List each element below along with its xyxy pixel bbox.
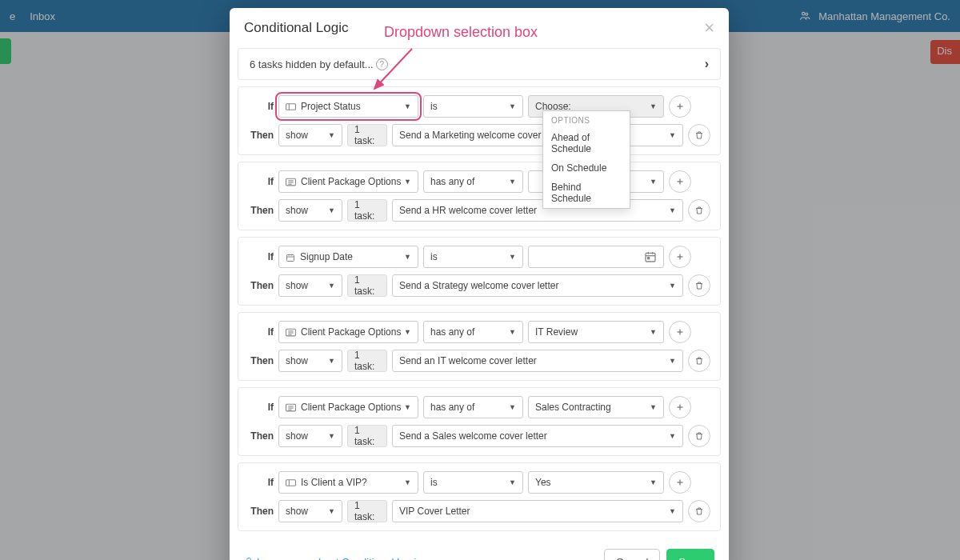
action-select[interactable]: show▼	[278, 425, 342, 447]
if-label: If	[248, 477, 274, 488]
svg-line-39	[374, 49, 412, 89]
delete-rule-button[interactable]	[688, 124, 710, 146]
action-select[interactable]: show▼	[278, 199, 342, 222]
dropdown-option[interactable]: On Schedule	[543, 158, 630, 178]
caret-down-icon: ▼	[669, 282, 676, 290]
field-name: Client Package Options	[301, 326, 401, 338]
task-count-badge: 1 task:	[347, 274, 387, 297]
action-text: show	[286, 430, 308, 442]
add-condition-button[interactable]	[669, 321, 691, 343]
then-label: Then	[248, 280, 274, 291]
add-condition-button[interactable]	[669, 396, 691, 418]
rule-block: IfProject Status▼is▼Choose:▼Thenshow▼1 t…	[238, 86, 721, 155]
caret-down-icon: ▼	[509, 328, 516, 336]
caret-down-icon: ▼	[328, 432, 335, 440]
task-select[interactable]: Send a Marketing welcome cover letter▼	[392, 124, 683, 146]
delete-rule-button[interactable]	[688, 425, 710, 447]
delete-rule-button[interactable]	[688, 500, 710, 522]
task-select[interactable]: Send an IT welcome cover letter▼	[392, 350, 683, 372]
task-select[interactable]: VIP Cover Letter▼	[392, 500, 683, 522]
caret-down-icon: ▼	[669, 131, 676, 139]
task-text: Send a Strategy welcome cover letter	[399, 280, 558, 291]
action-text: show	[286, 506, 308, 517]
operator-select[interactable]: is▼	[423, 471, 523, 494]
caret-down-icon: ▼	[404, 102, 411, 110]
action-text: show	[286, 130, 308, 141]
field-select[interactable]: Is Client a VIP?▼	[278, 471, 418, 494]
action-select[interactable]: show▼	[278, 350, 342, 372]
cancel-button[interactable]: Cancel	[604, 549, 660, 560]
caret-down-icon: ▼	[650, 102, 657, 110]
task-text: Send an IT welcome cover letter	[399, 355, 537, 366]
operator-select[interactable]: is▼	[423, 95, 523, 118]
task-text: VIP Cover Letter	[399, 506, 470, 517]
task-count-text: 1 task:	[354, 500, 380, 522]
task-count-badge: 1 task:	[347, 199, 387, 222]
operator-text: is	[430, 101, 438, 112]
close-icon[interactable]: ×	[704, 19, 714, 37]
value-select[interactable]: Sales Contracting▼	[528, 396, 664, 418]
value-select[interactable]: Yes▼	[528, 471, 664, 494]
operator-select[interactable]: has any of▼	[423, 170, 523, 193]
caret-down-icon: ▼	[328, 131, 335, 139]
chevron-right-icon: ›	[705, 57, 709, 71]
field-name: Signup Date	[300, 251, 353, 262]
field-type-icon	[286, 477, 296, 488]
value-select[interactable]: IT Review▼	[528, 321, 664, 343]
task-select[interactable]: Send a Sales welcome cover letter▼	[392, 425, 683, 447]
then-label: Then	[248, 430, 274, 442]
task-count-text: 1 task:	[354, 274, 380, 297]
task-count-text: 1 task:	[354, 124, 380, 146]
field-name: Is Client a VIP?	[301, 477, 367, 488]
if-label: If	[248, 402, 274, 413]
caret-down-icon: ▼	[650, 478, 657, 486]
action-select[interactable]: show▼	[278, 274, 342, 297]
field-type-icon	[286, 326, 296, 338]
add-condition-button[interactable]	[669, 170, 691, 193]
calendar-icon[interactable]	[644, 250, 657, 263]
delete-rule-button[interactable]	[688, 350, 710, 372]
action-select[interactable]: show▼	[278, 124, 342, 146]
then-label: Then	[248, 205, 274, 216]
field-name: Client Package Options	[301, 402, 401, 413]
caret-down-icon: ▼	[328, 282, 335, 290]
action-text: show	[286, 205, 308, 216]
value-select[interactable]	[528, 246, 664, 268]
hidden-tasks-bar[interactable]: 6 tasks hidden by default... ? ›	[238, 48, 721, 80]
delete-rule-button[interactable]	[688, 199, 710, 222]
annotation-arrow	[368, 45, 424, 101]
add-condition-button[interactable]	[669, 246, 691, 268]
task-select[interactable]: Send a HR welcome cover letter▼	[392, 199, 683, 222]
value-text: Sales Contracting	[535, 402, 611, 413]
value-text: IT Review	[535, 326, 578, 338]
delete-rule-button[interactable]	[688, 274, 710, 297]
caret-down-icon: ▼	[404, 253, 411, 261]
caret-down-icon: ▼	[509, 178, 516, 186]
add-condition-button[interactable]	[669, 95, 691, 118]
svg-rect-35	[286, 480, 296, 486]
dropdown-option[interactable]: Ahead of Schedule	[543, 128, 630, 158]
learn-more-link[interactable]: Learn more about Conditional Logic	[244, 556, 422, 561]
field-select[interactable]: Signup Date▼	[278, 246, 418, 268]
rule-block: IfClient Package Options▼has any of▼▼The…	[238, 162, 721, 230]
field-type-icon	[286, 176, 296, 187]
task-text: Send a Marketing welcome cover letter	[399, 130, 565, 141]
field-select[interactable]: Client Package Options▼	[278, 396, 418, 418]
then-label: Then	[248, 506, 274, 517]
action-select[interactable]: show▼	[278, 500, 342, 522]
rule-block: IfIs Client a VIP?▼is▼Yes▼Thenshow▼1 tas…	[238, 462, 721, 531]
value-dropdown: OPTIONS Ahead of Schedule On Schedule Be…	[542, 110, 630, 209]
caret-down-icon: ▼	[650, 328, 657, 336]
field-select[interactable]: Client Package Options▼	[278, 321, 418, 343]
add-condition-button[interactable]	[669, 471, 691, 494]
task-select[interactable]: Send a Strategy welcome cover letter▼	[392, 274, 683, 297]
annotation-label: Dropdown selection box	[384, 24, 538, 41]
save-button[interactable]: Save	[666, 549, 714, 560]
field-select[interactable]: Client Package Options▼	[278, 170, 418, 193]
action-text: show	[286, 280, 308, 291]
caret-down-icon: ▼	[669, 357, 676, 365]
operator-select[interactable]: has any of▼	[423, 321, 523, 343]
operator-select[interactable]: is▼	[423, 246, 523, 268]
operator-select[interactable]: has any of▼	[423, 396, 523, 418]
dropdown-option[interactable]: Behind Schedule	[543, 178, 630, 208]
